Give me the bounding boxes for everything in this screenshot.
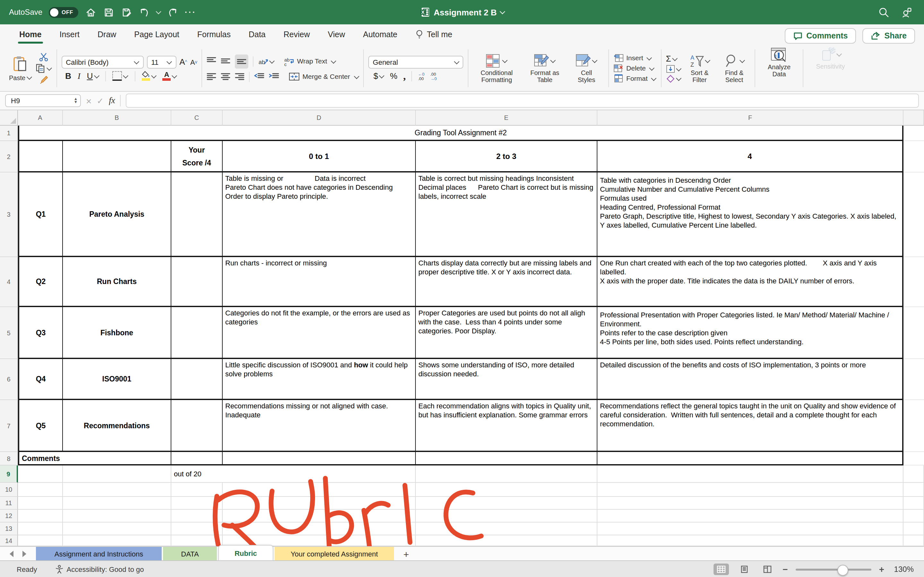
- row-header-6[interactable]: 6: [0, 359, 18, 400]
- q2-cell[interactable]: Q2: [18, 257, 63, 307]
- sort-filter-button[interactable]: AZ Sort & Filter: [684, 53, 716, 84]
- empty-cell[interactable]: [416, 510, 598, 522]
- find-select-button[interactable]: Find & Select: [718, 53, 750, 84]
- empty-cell[interactable]: [416, 452, 598, 466]
- insert-cells-button[interactable]: Insert: [614, 54, 656, 62]
- tab-draw[interactable]: Draw: [96, 26, 118, 43]
- row-header-5[interactable]: 5: [0, 307, 18, 359]
- empty-cell[interactable]: [903, 466, 924, 483]
- wrap-text-button[interactable]: abc Wrap Text: [284, 57, 336, 66]
- row-header-3[interactable]: 3: [0, 172, 18, 257]
- empty-cell[interactable]: [18, 141, 63, 172]
- empty-cell[interactable]: [223, 535, 416, 546]
- q2-level3-cell[interactable]: One Run chart created with each of the t…: [598, 257, 903, 307]
- format-cells-button[interactable]: Format: [614, 74, 656, 83]
- q2-topic-cell[interactable]: Run Charts: [63, 257, 171, 307]
- align-bottom-button[interactable]: [235, 54, 249, 68]
- tab-page-layout[interactable]: Page Layout: [133, 26, 180, 43]
- q4-level1-cell[interactable]: Little specific discussion of ISO9001 an…: [223, 359, 416, 400]
- q5-level1-cell[interactable]: Recommendations missing or not aligned w…: [223, 400, 416, 452]
- score-header-cell[interactable]: Your Score /4: [171, 141, 223, 172]
- save-as-icon[interactable]: [121, 6, 132, 18]
- empty-cell[interactable]: [903, 307, 924, 359]
- q1-cell[interactable]: Q1: [18, 172, 63, 257]
- rubric-title-cell[interactable]: Grading Tool Assignment #2: [18, 126, 903, 141]
- sheet-tab-rubric-active[interactable]: Rubric: [218, 545, 273, 561]
- empty-cell[interactable]: [903, 522, 924, 535]
- currency-button[interactable]: $: [373, 71, 384, 81]
- zoom-out-button[interactable]: −: [782, 564, 788, 574]
- underline-button[interactable]: U: [87, 71, 99, 81]
- font-size-select[interactable]: 11: [147, 55, 176, 68]
- align-left-button[interactable]: [207, 71, 216, 82]
- zoom-level[interactable]: 130%: [892, 565, 914, 574]
- font-color-button[interactable]: A: [162, 71, 177, 81]
- row-header-2[interactable]: 2: [0, 141, 18, 172]
- empty-cell[interactable]: [598, 452, 903, 466]
- align-center-button[interactable]: [221, 71, 231, 82]
- tab-formulas[interactable]: Formulas: [196, 26, 232, 43]
- align-right-button[interactable]: [235, 71, 245, 82]
- empty-cell[interactable]: [903, 497, 924, 510]
- clear-button[interactable]: [666, 74, 681, 83]
- analyze-data-button[interactable]: Analyze Data: [760, 47, 798, 90]
- q2-level1-cell[interactable]: Run charts - incorrect or missing: [223, 257, 416, 307]
- home-icon[interactable]: [85, 6, 96, 18]
- name-box[interactable]: H9 ▲▼: [5, 94, 81, 107]
- empty-cell[interactable]: [18, 483, 63, 497]
- empty-cell[interactable]: [416, 522, 598, 535]
- empty-cell[interactable]: [171, 307, 223, 359]
- q1-level2-cell[interactable]: Table is correct but missing headings In…: [416, 172, 598, 257]
- empty-cell[interactable]: [903, 141, 924, 172]
- empty-cell[interactable]: [416, 483, 598, 497]
- row-header-4[interactable]: 4: [0, 257, 18, 307]
- align-middle-button[interactable]: [221, 55, 231, 67]
- tab-home[interactable]: Home: [18, 26, 43, 43]
- tab-data[interactable]: Data: [247, 26, 267, 43]
- orientation-button[interactable]: ab: [258, 57, 275, 66]
- level-header-4[interactable]: 4: [598, 141, 903, 172]
- empty-cell[interactable]: [903, 510, 924, 522]
- empty-cell[interactable]: [63, 141, 171, 172]
- q5-cell[interactable]: Q5: [18, 400, 63, 452]
- empty-cell[interactable]: [171, 535, 223, 546]
- tab-tell-me[interactable]: Tell me: [414, 26, 454, 43]
- empty-cell[interactable]: [223, 497, 416, 510]
- next-sheet-icon[interactable]: [23, 551, 26, 557]
- empty-cell[interactable]: [63, 535, 171, 546]
- empty-cell[interactable]: [598, 483, 903, 497]
- empty-cell[interactable]: [171, 257, 223, 307]
- comments-button[interactable]: Comments: [784, 28, 856, 44]
- column-header-e[interactable]: E: [416, 110, 598, 126]
- q3-level1-cell[interactable]: Categories do not fit the example, or th…: [223, 307, 416, 359]
- empty-cell[interactable]: [18, 510, 63, 522]
- empty-cell[interactable]: [63, 497, 171, 510]
- redo-icon[interactable]: [167, 6, 178, 18]
- merge-center-button[interactable]: Merge & Center: [289, 73, 359, 81]
- cut-button[interactable]: [35, 52, 52, 61]
- empty-cell[interactable]: [903, 452, 924, 466]
- comments-cell[interactable]: Comments: [18, 452, 171, 466]
- empty-cell[interactable]: [63, 522, 171, 535]
- decrease-decimal-button[interactable]: .00→0: [430, 71, 437, 81]
- row-header-12[interactable]: 12: [0, 510, 18, 522]
- empty-cell[interactable]: [63, 466, 171, 483]
- add-sheet-button[interactable]: +: [395, 547, 417, 561]
- share-button[interactable]: Share: [863, 28, 915, 44]
- save-icon[interactable]: [103, 6, 114, 18]
- empty-cell[interactable]: [903, 483, 924, 497]
- percent-button[interactable]: %: [390, 71, 397, 81]
- name-box-spinner[interactable]: ▲▼: [74, 97, 78, 104]
- paste-button[interactable]: Paste: [6, 55, 34, 82]
- empty-cell[interactable]: [171, 510, 223, 522]
- level-header-2-3[interactable]: 2 to 3: [416, 141, 598, 172]
- level-header-0-1[interactable]: 0 to 1: [223, 141, 416, 172]
- format-painter-button[interactable]: [35, 75, 52, 85]
- empty-cell[interactable]: [171, 483, 223, 497]
- autosave-toggle[interactable]: OFF: [49, 7, 78, 18]
- q4-topic-cell[interactable]: ISO9001: [63, 359, 171, 400]
- q5-topic-cell[interactable]: Recommendations: [63, 400, 171, 452]
- q3-cell[interactable]: Q3: [18, 307, 63, 359]
- empty-cell[interactable]: [903, 172, 924, 257]
- cancel-icon[interactable]: ×: [86, 95, 92, 106]
